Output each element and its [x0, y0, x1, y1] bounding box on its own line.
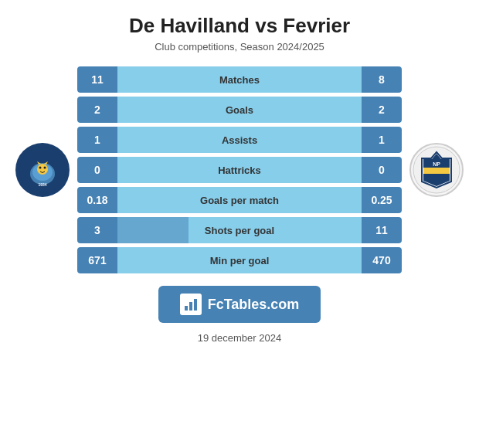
stat-left-2: 1 — [77, 127, 117, 153]
stats-panel: 11Matches82Goals21Assists10Hattricks00.1… — [77, 66, 402, 273]
stat-label-0: Matches — [117, 74, 362, 86]
right-team-logo: NP COUNTY — [402, 143, 471, 197]
stat-left-4: 0.18 — [77, 187, 117, 213]
main-content: 1934 11Matches82Goals21Assists10Hattrick… — [8, 66, 471, 273]
stat-left-3: 0 — [77, 157, 117, 183]
stat-left-1: 2 — [77, 97, 117, 123]
left-badge: 1934 — [15, 143, 70, 197]
stat-row-6: 671Min per goal470 — [77, 247, 402, 273]
svg-point-4 — [39, 167, 42, 169]
stat-left-5: 3 — [77, 217, 117, 243]
right-badge-svg: NP COUNTY — [413, 146, 460, 194]
svg-rect-13 — [185, 306, 188, 311]
stat-left-6: 671 — [77, 247, 117, 273]
stat-row-3: 0Hattricks0 — [77, 157, 402, 183]
stat-label-1: Goals — [117, 104, 362, 116]
left-badge-svg: 1934 — [19, 146, 66, 194]
stat-row-1: 2Goals2 — [77, 97, 402, 123]
stat-label-3: Hattricks — [117, 165, 362, 176]
fctables-banner[interactable]: FcTables.com — [158, 286, 321, 323]
svg-rect-15 — [194, 299, 197, 311]
left-team-logo: 1934 — [8, 143, 77, 197]
fctables-icon — [180, 294, 202, 315]
stat-left-0: 11 — [77, 66, 117, 93]
stat-label-4: Goals per match — [117, 195, 362, 206]
stat-label-6: Min per goal — [117, 255, 362, 266]
stat-row-2: 1Assists1 — [77, 127, 402, 153]
stat-right-3: 0 — [362, 157, 402, 183]
stat-label-2: Assists — [117, 134, 362, 146]
stat-row-4: 0.18Goals per match0.25 — [77, 187, 402, 213]
svg-text:1934: 1934 — [38, 182, 46, 187]
stat-right-4: 0.25 — [362, 187, 402, 213]
svg-rect-14 — [189, 302, 192, 311]
stat-right-6: 470 — [362, 247, 402, 273]
svg-text:NP: NP — [433, 161, 440, 167]
right-badge: NP COUNTY — [409, 143, 464, 197]
page-subtitle: Club competitions, Season 2024/2025 — [155, 41, 324, 53]
svg-point-5 — [44, 167, 46, 169]
stat-row-0: 11Matches8 — [77, 66, 402, 93]
page-title: De Havilland vs Fevrier — [129, 14, 350, 38]
stat-right-2: 1 — [362, 127, 402, 153]
fctables-label: FcTables.com — [208, 297, 300, 313]
page: De Havilland vs Fevrier Club competition… — [0, 0, 479, 448]
footer-date: 19 december 2024 — [198, 332, 281, 344]
stat-row-5: 3Shots per goal11 — [77, 217, 402, 243]
stat-right-1: 2 — [362, 97, 402, 123]
stat-right-5: 11 — [362, 217, 402, 243]
svg-text:COUNTY: COUNTY — [428, 173, 445, 178]
stat-right-0: 8 — [362, 66, 402, 93]
chart-icon — [183, 297, 199, 312]
